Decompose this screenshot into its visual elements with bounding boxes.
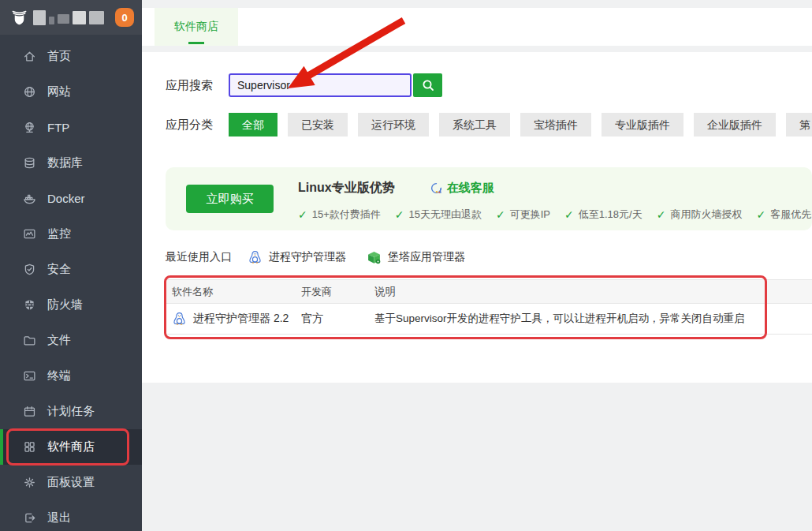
feature-item: 客服优先 bbox=[756, 208, 811, 222]
feature-item: 商用防火墙授权 bbox=[657, 208, 743, 222]
notification-badge[interactable]: 0 bbox=[115, 8, 134, 27]
folder-icon bbox=[23, 334, 36, 347]
online-support-link[interactable]: 在线客服 bbox=[430, 181, 494, 196]
search-icon bbox=[422, 79, 434, 92]
sidebar-item-security[interactable]: 安全 bbox=[0, 252, 142, 287]
sidebar-item-cron[interactable]: 计划任务 bbox=[0, 394, 142, 429]
pro-promo-banner: 立即购买 Linux专业版优势 在线客服 bbox=[166, 167, 812, 230]
screen: 0 首页 网站 FTP 数据库 Docker bbox=[0, 0, 812, 531]
docker-icon bbox=[23, 192, 36, 205]
redacted-server-name bbox=[33, 10, 104, 25]
chat-bubble-icon bbox=[430, 181, 443, 195]
sidebar-item-monitor[interactable]: 监控 bbox=[0, 216, 142, 252]
sidebar-item-label: 终端 bbox=[47, 368, 71, 383]
category-label: 应用分类 bbox=[166, 118, 229, 133]
category-runtime[interactable]: 运行环境 bbox=[358, 113, 429, 136]
sidebar: 0 首页 网站 FTP 数据库 Docker bbox=[0, 0, 142, 531]
sidebar-item-label: 软件商店 bbox=[47, 439, 95, 454]
tux-icon bbox=[248, 250, 263, 265]
appstore-panel: 应用搜索 应用分类 全部 已安装 运行环境 系统工具 宝塔插件 专业版插件 bbox=[142, 52, 812, 383]
tab-appstore[interactable]: 软件商店 bbox=[155, 8, 238, 46]
sidebar-item-logout[interactable]: 退出 bbox=[0, 500, 142, 531]
sidebar-item-label: 计划任务 bbox=[47, 404, 95, 419]
tab-bar: 软件商店 bbox=[142, 8, 812, 46]
category-pro-plugins[interactable]: 专业版插件 bbox=[602, 113, 683, 136]
sidebar-item-label: 退出 bbox=[47, 510, 71, 525]
sidebar-item-label: 面板设置 bbox=[47, 475, 95, 490]
recent-item-label: 进程守护管理器 bbox=[269, 250, 346, 264]
feature-item: 可更换IP bbox=[496, 208, 550, 222]
home-icon bbox=[23, 50, 36, 63]
software-description: 基于Supervisor开发的进程守护工具，可以让进程开机启动，异常关闭自动重启 bbox=[368, 312, 812, 326]
software-vendor: 官方 bbox=[295, 312, 368, 326]
category-bt-plugins[interactable]: 宝塔插件 bbox=[520, 113, 591, 136]
calendar-icon bbox=[23, 405, 36, 418]
sidebar-item-label: FTP bbox=[47, 121, 69, 134]
category-row: 应用分类 全部 已安装 运行环境 系统工具 宝塔插件 专业版插件 企业版插件 第 bbox=[166, 113, 812, 136]
software-table: 软件名称 开发商 说明 bbox=[166, 279, 812, 335]
security-shield-icon bbox=[23, 263, 36, 276]
sidebar-item-label: Docker bbox=[47, 192, 85, 205]
sidebar-item-label: 文件 bbox=[47, 333, 71, 348]
col-name-header: 软件名称 bbox=[166, 285, 295, 299]
feature-item: 15天无理由退款 bbox=[395, 208, 482, 222]
sidebar-item-firewall[interactable]: 防火墙 bbox=[0, 287, 142, 323]
bt-shield-logo bbox=[9, 8, 29, 28]
sidebar-item-terminal[interactable]: 终端 bbox=[0, 358, 142, 394]
ftp-icon bbox=[23, 121, 36, 134]
search-input[interactable] bbox=[229, 73, 412, 97]
category-all[interactable]: 全部 bbox=[229, 113, 277, 136]
software-name-cell[interactable]: 进程守护管理器 2.2 bbox=[166, 312, 295, 327]
sidebar-item-ftp[interactable]: FTP bbox=[0, 110, 142, 145]
category-systools[interactable]: 系统工具 bbox=[439, 113, 510, 136]
sidebar-item-docker[interactable]: Docker bbox=[0, 181, 142, 216]
feature-item: 低至1.18元/天 bbox=[564, 208, 643, 222]
col-vendor-header: 开发商 bbox=[295, 285, 368, 299]
sidebar-item-label: 数据库 bbox=[47, 155, 83, 170]
recent-item-supervisor[interactable]: 进程守护管理器 bbox=[248, 250, 346, 265]
terminal-icon bbox=[23, 369, 36, 383]
sidebar-item-home[interactable]: 首页 bbox=[0, 39, 142, 74]
banner-title: Linux专业版优势 bbox=[298, 180, 395, 196]
tux-icon bbox=[172, 312, 187, 327]
sidebar-item-settings[interactable]: 面板设置 bbox=[0, 465, 142, 500]
feature-item: 15+款付费插件 bbox=[298, 208, 381, 222]
globe-icon bbox=[23, 85, 36, 99]
recent-item-btapp[interactable]: 堡塔应用管理器 bbox=[367, 250, 465, 265]
recent-item-label: 堡塔应用管理器 bbox=[388, 250, 465, 264]
col-desc-header: 说明 bbox=[368, 285, 812, 299]
cube-icon bbox=[367, 250, 382, 265]
table-header: 软件名称 开发商 说明 bbox=[166, 279, 812, 304]
sidebar-item-files[interactable]: 文件 bbox=[0, 323, 142, 358]
search-label: 应用搜索 bbox=[166, 78, 229, 93]
sidebar-item-label: 安全 bbox=[47, 262, 71, 277]
gear-icon bbox=[23, 476, 36, 489]
sidebar-item-appstore[interactable]: 软件商店 bbox=[0, 429, 142, 465]
software-name: 进程守护管理器 2.2 bbox=[193, 312, 289, 326]
logout-icon bbox=[23, 511, 36, 525]
recent-used-row: 最近使用入口 进程守护管理器 bbox=[166, 249, 812, 266]
search-row: 应用搜索 bbox=[166, 52, 812, 97]
buy-now-button[interactable]: 立即购买 bbox=[186, 185, 274, 213]
database-icon bbox=[23, 156, 36, 170]
category-ent-plugins[interactable]: 企业版插件 bbox=[694, 113, 776, 136]
sidebar-item-label: 监控 bbox=[47, 226, 71, 241]
recent-label: 最近使用入口 bbox=[166, 250, 232, 264]
sidebar-item-label: 首页 bbox=[47, 49, 71, 64]
main-area: 软件商店 应用搜索 应用分类 全部 已安装 运行环境 系 bbox=[142, 0, 812, 531]
grid-icon bbox=[23, 440, 36, 454]
sidebar-item-database[interactable]: 数据库 bbox=[0, 145, 142, 181]
search-button[interactable] bbox=[413, 73, 442, 97]
sidebar-menu: 首页 网站 FTP 数据库 Docker 监控 bbox=[0, 35, 142, 531]
category-installed[interactable]: 已安装 bbox=[288, 113, 348, 136]
monitor-icon bbox=[23, 227, 36, 241]
category-thirdparty[interactable]: 第 bbox=[786, 113, 812, 136]
sidebar-item-label: 防火墙 bbox=[47, 297, 83, 312]
table-row: 进程守护管理器 2.2 官方 基于Supervisor开发的进程守护工具，可以让… bbox=[166, 304, 812, 335]
sidebar-item-label: 网站 bbox=[47, 84, 71, 99]
banner-features: 15+款付费插件 15天无理由退款 可更换IP 低至1.18元/天 商用防火墙授… bbox=[298, 208, 812, 222]
app-header: 0 bbox=[0, 0, 142, 35]
sidebar-item-website[interactable]: 网站 bbox=[0, 74, 142, 110]
firewall-shield-icon bbox=[23, 298, 36, 312]
online-support-label: 在线客服 bbox=[447, 181, 494, 196]
